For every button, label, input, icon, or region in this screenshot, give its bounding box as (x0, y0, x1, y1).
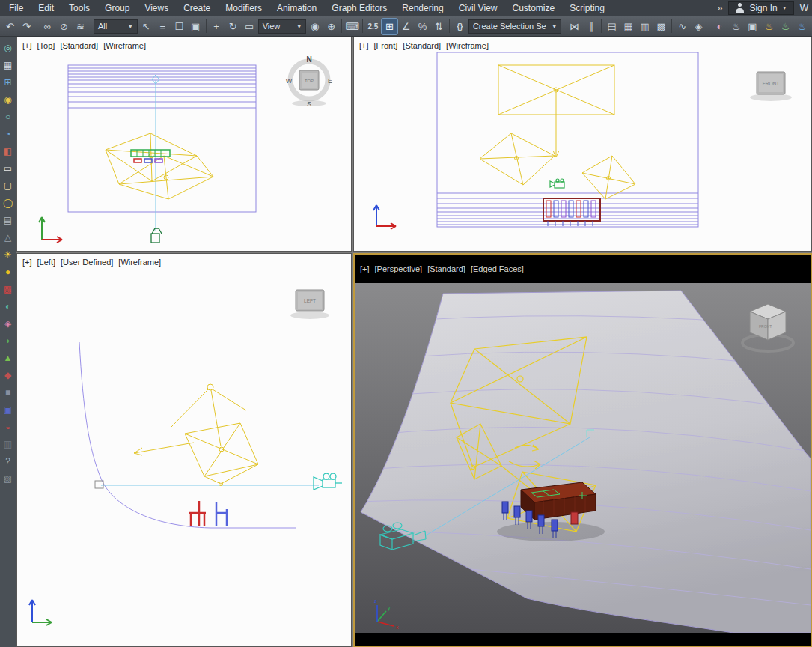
left-toolbar-icon[interactable]: ▥ (2, 439, 14, 450)
backdrop-wireframe[interactable] (437, 52, 698, 227)
left-toolbar-icon[interactable]: ⊞ (2, 77, 14, 88)
left-toolbar-icon[interactable]: ◒ (2, 422, 14, 433)
select-object-icon[interactable]: ↖ (138, 19, 154, 34)
menubar-overflow-chevron[interactable]: » (717, 2, 722, 13)
left-toolbar-icon[interactable]: ◉ (2, 94, 14, 106)
rectangular-selection-region-icon[interactable]: ☐ (171, 19, 187, 34)
menu-scripting[interactable]: Scripting (562, 0, 612, 16)
curve-editor-icon[interactable]: ∿ (674, 19, 690, 34)
unlink-selection-icon[interactable]: ⊘ (56, 19, 72, 34)
left-toolbar-icon[interactable]: ◆ (2, 370, 14, 381)
select-and-link-icon[interactable]: ∞ (40, 19, 55, 34)
selection-filter-dropdown[interactable]: All ▼ (94, 19, 138, 34)
left-toolbar-icon[interactable]: ◗ (2, 335, 14, 347)
percent-snap-icon[interactable]: % (415, 19, 430, 34)
left-toolbar-icon[interactable]: ◐ (2, 301, 14, 312)
viewcube[interactable]: LEFT (290, 290, 329, 319)
menu-customize[interactable]: Customize (505, 0, 563, 16)
activeshade-icon[interactable]: ♨ (794, 19, 810, 34)
schematic-view-icon[interactable]: ◈ (691, 19, 706, 34)
mirror-icon[interactable]: ⋈ (567, 19, 582, 34)
spotlight-cones-wireframe[interactable] (106, 133, 213, 199)
menu-civil-view[interactable]: Civil View (451, 0, 505, 16)
select-and-manipulate-icon[interactable]: ⊕ (323, 19, 339, 34)
left-toolbar-icon[interactable]: ◎ (2, 43, 14, 54)
left-toolbar-icon[interactable]: ▲ (2, 353, 14, 364)
camera-glyph[interactable] (151, 228, 162, 243)
viewport-menu-plus[interactable]: [+] (22, 41, 32, 50)
left-toolbar-icon[interactable]: ▤ (2, 215, 14, 226)
reference-coordinate-dropdown[interactable]: View ▼ (258, 19, 306, 34)
viewport-menu-shading[interactable]: [Edged Faces] (471, 264, 524, 273)
viewport-menu-view[interactable]: [Perspective] (375, 264, 423, 273)
viewport-front[interactable]: [+] [Front] [Standard] [Wireframe] (353, 37, 812, 252)
left-toolbar-icon[interactable]: ◔ (2, 129, 14, 140)
render-iterative-icon[interactable]: ♨ (778, 19, 793, 34)
left-toolbar-icon[interactable]: ▭ (2, 163, 14, 174)
menu-create[interactable]: Create (176, 0, 218, 16)
viewport-menu-shading[interactable]: [Wireframe] (103, 41, 146, 50)
rendered-frame-window-icon[interactable]: ▣ (745, 19, 760, 34)
left-toolbar-icon[interactable]: ? (2, 456, 14, 467)
named-selection-sets-dropdown[interactable]: Create Selection Se ▼ (468, 19, 561, 34)
keyboard-shortcut-override-icon[interactable]: ⌨ (344, 19, 360, 34)
bind-to-space-warp-icon[interactable]: ≋ (73, 19, 88, 34)
chair-profiles-wireframe[interactable] (189, 501, 228, 526)
viewport-perspective-canvas[interactable]: FRONT x y z (355, 283, 811, 633)
left-toolbar-icon[interactable]: ○ (2, 112, 14, 123)
target-helper-box[interactable] (95, 481, 103, 488)
select-and-rotate-icon[interactable]: ↻ (225, 19, 241, 34)
scene-explorer-icon[interactable]: ▦ (620, 19, 636, 34)
sign-in-button[interactable]: Sign In ▼ (728, 1, 793, 15)
render-production-icon[interactable]: ♨ (761, 19, 777, 34)
sign-in-caret-icon[interactable]: ▼ (782, 5, 787, 10)
left-toolbar-icon[interactable]: ☀ (2, 249, 14, 261)
ribbon-toggle-icon[interactable]: ▥ (637, 19, 653, 34)
menu-modifiers[interactable]: Modifiers (218, 0, 269, 16)
viewcube[interactable]: FRONT (750, 72, 792, 101)
spotlight-cones-wireframe[interactable] (134, 384, 258, 486)
menu-rendering[interactable]: Rendering (394, 0, 451, 16)
camera-glyph[interactable] (314, 473, 342, 490)
left-toolbar-icon[interactable]: ◈ (2, 318, 14, 329)
material-editor-icon[interactable]: ◐ (712, 19, 727, 34)
align-icon[interactable]: ∥ (583, 19, 599, 34)
viewport-front-canvas[interactable]: FRONT (354, 37, 811, 251)
menu-group[interactable]: Group (97, 0, 137, 16)
viewport-menu-view[interactable]: [Front] (374, 41, 398, 50)
viewport-left-canvas[interactable]: LEFT (17, 254, 351, 646)
select-and-move-icon[interactable]: + (209, 19, 225, 34)
viewport-menu-view[interactable]: [Top] (37, 41, 55, 50)
menu-file[interactable]: File (0, 0, 31, 16)
viewport-top-canvas[interactable]: TOP N W E S (17, 37, 351, 251)
menu-tools[interactable]: Tools (61, 0, 97, 16)
viewport-menu-style[interactable]: [User Defined] (61, 258, 113, 267)
left-toolbar-icon[interactable]: ◯ (2, 198, 14, 209)
use-pivot-center-icon[interactable]: ◉ (307, 19, 323, 34)
left-toolbar-icon[interactable]: ▣ (2, 404, 14, 416)
viewport-menu-plus[interactable]: [+] (359, 41, 369, 50)
viewport-menu-shading[interactable]: [Wireframe] (118, 258, 161, 267)
menu-views[interactable]: Views (137, 0, 176, 16)
left-toolbar-icon[interactable]: ▢ (2, 180, 14, 192)
spinner-snap-icon[interactable]: ⇅ (431, 19, 447, 34)
container-explorer-icon[interactable]: ▩ (653, 19, 669, 34)
left-toolbar-icon[interactable]: ● (2, 267, 14, 278)
viewport-menu-plus[interactable]: [+] (22, 258, 32, 267)
edit-named-sets-icon[interactable]: {} (452, 19, 468, 34)
render-setup-icon[interactable]: ♨ (728, 19, 744, 34)
redo-icon[interactable]: ↷ (19, 19, 34, 34)
window-crossing-icon[interactable]: ▣ (188, 19, 204, 34)
viewport-menu-view[interactable]: [Left] (37, 258, 55, 267)
layer-explorer-icon[interactable]: ▤ (604, 19, 620, 34)
snap-mode-label[interactable]: 2.5 (365, 19, 381, 34)
viewport-top[interactable]: [+] [Top] [Standard] [Wireframe] (16, 37, 352, 252)
left-toolbar-icon[interactable]: ◧ (2, 146, 14, 157)
left-toolbar-icon[interactable]: △ (2, 232, 14, 243)
left-toolbar-icon[interactable]: ▦ (2, 60, 14, 71)
snaps-toggle-icon[interactable]: ⊞ (382, 19, 397, 34)
angle-snap-icon[interactable]: ∠ (398, 19, 414, 34)
viewport-menu-plus[interactable]: [+] (360, 264, 370, 273)
menu-graph-editors[interactable]: Graph Editors (324, 0, 394, 16)
viewport-menu-style[interactable]: [Standard] (403, 41, 441, 50)
